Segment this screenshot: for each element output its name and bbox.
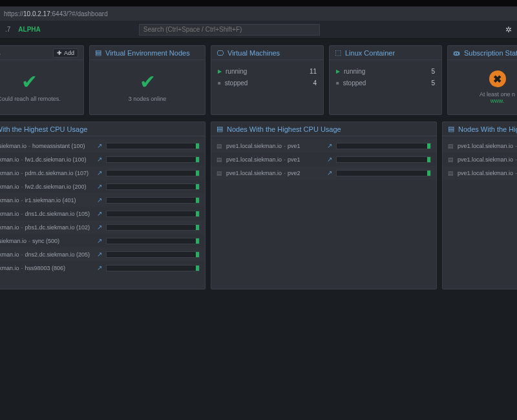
open-link-icon[interactable]: ↗: [97, 142, 102, 149]
summary-cards-row: ☁ tes ✚ Add ✔ Could reach all remotes. ▤…: [0, 45, 517, 115]
usage-bar: [106, 197, 200, 204]
resource-row[interactable]: ▤ cal.siekman.io-homeassistant (100) ↗: [0, 139, 205, 152]
usage-bar: [106, 224, 200, 231]
resource-row[interactable]: ▤ .siekman.io-hss98003 (806) ↗: [0, 261, 205, 275]
usage-bar: [106, 251, 200, 258]
usage-panels-row: ▤ s With the Highest CPU Usage ▤ cal.sie…: [0, 121, 517, 289]
open-link-icon[interactable]: ↗: [327, 156, 332, 163]
open-link-icon[interactable]: ↗: [97, 237, 102, 244]
open-link-icon[interactable]: ↗: [97, 183, 102, 190]
panel-body: ▤ cal.siekman.io-homeassistant (100) ↗ ▤…: [0, 136, 205, 277]
url-scheme: https://: [4, 10, 23, 17]
card-remotes: ☁ tes ✚ Add ✔ Could reach all remotes.: [0, 45, 84, 115]
resource-row[interactable]: ▤ .siekman.io-pdm.dc.siekman.io (107) ↗: [0, 166, 205, 180]
resource-row[interactable]: ▤ .siekman.io-ir1.siekman.io (401) ↗: [0, 193, 205, 207]
stop-icon: ■: [336, 80, 339, 86]
open-link-icon[interactable]: ↗: [327, 142, 332, 149]
panel-body: ▤ pve1.local.siekman.io-pve1 ↗ ▤ pve1.lo…: [211, 136, 436, 182]
status-count: 5: [431, 68, 435, 75]
url-path: :6443/?#/dashboard: [50, 10, 108, 17]
status-row: ■stopped 4: [218, 77, 317, 89]
resource-row[interactable]: ▤ pve1.local.siekman.io-pve1 ↗: [443, 166, 517, 180]
usage-bar: [106, 184, 200, 190]
panel-title: s With the Highest CPU Usage: [0, 125, 87, 133]
play-icon: ▶: [336, 68, 340, 74]
dashboard-content: ☁ tes ✚ Add ✔ Could reach all remotes. ▤…: [0, 39, 517, 296]
check-icon: ✔: [140, 72, 156, 92]
resource-row[interactable]: ▤ pve1.local.siekman.io-pve2 ↗: [443, 152, 517, 166]
resource-row[interactable]: ▤ pve1.local.siekman.io-pve1 ↗: [211, 152, 436, 166]
card-lxc: ⬚ Linux Container ▶running 5 ■stopped 5: [329, 45, 442, 115]
resource-name: pve1.local.siekman.io-pve1: [458, 143, 517, 149]
check-icon: ✔: [21, 72, 37, 92]
status-count: 11: [310, 68, 317, 75]
open-link-icon[interactable]: ↗: [97, 169, 102, 176]
card-title: tes: [0, 49, 1, 57]
plus-icon: ✚: [57, 50, 62, 56]
card-vms: 🖵 Virtual Machines ▶running 11 ■stopped …: [211, 45, 324, 115]
resource-row[interactable]: ▤ .siekman.io-pbs1.dc.siekman.io (102) ↗: [0, 220, 205, 234]
play-icon: ▶: [218, 68, 222, 74]
resource-name: pve1.local.siekman.io-pve1: [226, 143, 323, 149]
open-link-icon[interactable]: ↗: [327, 169, 332, 176]
card-title: Virtual Environment Nodes: [105, 49, 190, 57]
server-icon: ▤: [95, 48, 101, 57]
search-input[interactable]: [139, 24, 320, 36]
url-host: 10.0.2.17: [23, 10, 50, 17]
resource-name: .siekman.io-ir1.siekman.io (401): [0, 197, 93, 204]
resource-name: .siekman.io-pdm.dc.siekman.io (107): [0, 170, 93, 176]
status-count: 4: [313, 79, 317, 87]
open-link-icon[interactable]: ↗: [97, 210, 102, 217]
panel-guests-cpu: ▤ s With the Highest CPU Usage ▤ cal.sie…: [0, 121, 206, 289]
node-icon: ▤: [216, 170, 222, 176]
node-icon: ▤: [448, 143, 454, 149]
open-link-icon[interactable]: ↗: [97, 196, 102, 204]
open-link-icon[interactable]: ↗: [97, 224, 102, 231]
browser-urlbar[interactable]: https://10.0.2.17:6443/?#/dashboard: [0, 6, 517, 21]
resource-name: .siekman.io-dns1.dc.siekman.io (105): [0, 211, 93, 217]
resource-name: .siekman.io-dns2.dc.siekman.io (205): [0, 251, 93, 258]
resource-name: .siekman.io-pbs1.dc.siekman.io (102): [0, 224, 93, 231]
ticket-icon: 🎟: [453, 49, 460, 57]
lxc-status-list: ▶running 5 ■stopped 5: [335, 63, 436, 91]
resource-name: pve1.local.siekman.io-pve2: [458, 156, 517, 163]
gear-icon[interactable]: ✲: [505, 25, 512, 34]
resource-row[interactable]: ▤ pve1.local.siekman.io-pve1 ↗: [211, 139, 436, 152]
add-remote-button[interactable]: ✚ Add: [53, 48, 78, 58]
open-link-icon[interactable]: ↗: [97, 264, 102, 271]
resource-name: .siekman.io-fw1.dc.siekman.io (100): [0, 156, 93, 163]
node-icon: ▤: [448, 170, 454, 176]
status-label: running: [226, 68, 247, 75]
resource-row[interactable]: ▤ .siekman.io-fw1.dc.siekman.io (100) ↗: [0, 152, 205, 166]
status-count: 5: [431, 79, 435, 87]
resource-row[interactable]: ▤ pve1.local.siekman.io-pve2 ↗: [211, 166, 436, 180]
status-label: running: [344, 68, 365, 75]
window-titlebar: [0, 0, 517, 6]
node-icon: ▤: [216, 143, 222, 149]
subscription-status: At least one n www.: [480, 91, 515, 104]
remotes-status: Could reach all remotes.: [0, 96, 61, 102]
cube-icon: ⬚: [335, 48, 341, 57]
resource-row[interactable]: ▤ .siekman.io-fw2.dc.siekman.io (200) ↗: [0, 180, 205, 193]
resource-row[interactable]: ▤ .siekman.io-dns2.dc.siekman.io (205) ↗: [0, 247, 205, 261]
app-topbar: .7 ALPHA ✲: [0, 21, 517, 39]
desktop-icon: 🖵: [216, 49, 224, 57]
card-nodes: ▤ Virtual Environment Nodes ✔ 3 nodes on…: [89, 45, 206, 115]
panel-title: Nodes With the Highest CPU Usage: [227, 125, 341, 133]
nodes-status: 3 nodes online: [129, 96, 167, 102]
card-subscription: 🎟 Subscription Status ✖ At least one n w…: [447, 45, 517, 115]
resource-row[interactable]: ▤ .siekman.io-dns1.dc.siekman.io (105) ↗: [0, 207, 205, 220]
open-link-icon[interactable]: ↗: [97, 251, 102, 258]
resource-name: .siekman.io-fw2.dc.siekman.io (200): [0, 184, 93, 190]
vm-status-list: ▶running 11 ■stopped 4: [216, 63, 318, 91]
alpha-badge: ALPHA: [18, 26, 40, 33]
panel-body: ▤ pve1.local.siekman.io-pve1 ↗ ▤ pve1.lo…: [443, 136, 517, 182]
status-row: ■stopped 5: [336, 77, 435, 89]
card-title: Linux Container: [345, 49, 395, 57]
subscription-link[interactable]: www.: [491, 98, 505, 104]
resource-name: .siekman.io-hss98003 (806): [0, 265, 93, 271]
open-link-icon[interactable]: ↗: [97, 156, 102, 163]
panel-nodes-cpu: ▤ Nodes With the Highest CPU Usage ▤ pve…: [211, 121, 437, 289]
resource-row[interactable]: ▤ pve1.local.siekman.io-pve1 ↗: [443, 139, 517, 152]
resource-row[interactable]: ▤ cal.siekman.io-sync (500) ↗: [0, 234, 205, 247]
